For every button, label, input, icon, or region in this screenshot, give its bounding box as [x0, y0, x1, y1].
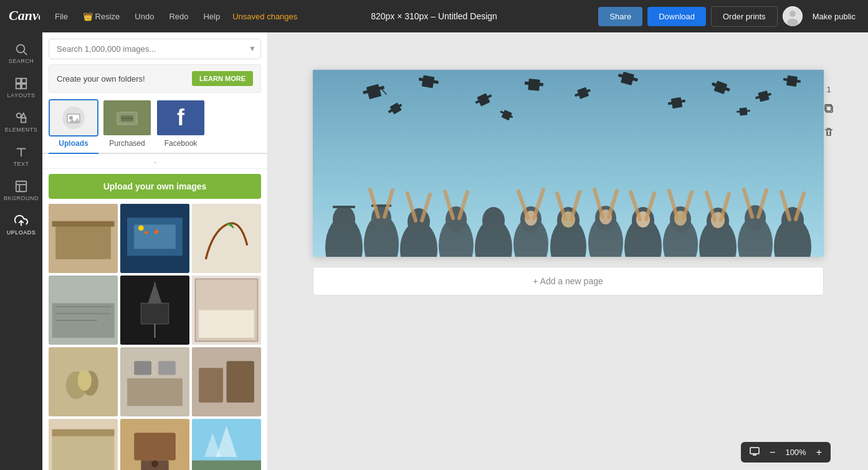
- svg-point-3: [787, 19, 798, 26]
- svg-rect-98: [739, 107, 747, 115]
- list-item[interactable]: [49, 347, 118, 416]
- help-button[interactable]: Help: [198, 8, 225, 25]
- list-item[interactable]: [192, 204, 261, 273]
- tab-uploads-label: Uploads: [59, 139, 88, 148]
- sidebar-label-search: SEARCH: [9, 58, 34, 64]
- svg-rect-58: [227, 361, 254, 403]
- svg-rect-33: [145, 231, 148, 233]
- svg-rect-6: [16, 79, 21, 83]
- zoom-in-button[interactable]: +: [813, 446, 826, 459]
- sidebar-item-background[interactable]: BKGROUND: [2, 175, 40, 206]
- sidebar-item-search[interactable]: SEARCH: [2, 37, 40, 69]
- svg-point-132: [781, 207, 804, 234]
- canvas-page[interactable]: [313, 70, 824, 257]
- resize-button[interactable]: 👑 Resize: [78, 8, 125, 25]
- svg-rect-47: [199, 310, 254, 338]
- svg-point-106: [408, 208, 430, 236]
- canvas-main-image: [313, 70, 824, 257]
- redo-button[interactable]: Redo: [164, 8, 193, 25]
- search-icon: [14, 42, 28, 56]
- purchased-thumb: [102, 99, 152, 137]
- right-tools: 1: [819, 82, 838, 141]
- list-item[interactable]: [120, 276, 189, 345]
- list-item[interactable]: [49, 419, 118, 470]
- svg-point-4: [17, 45, 25, 53]
- svg-rect-35: [192, 204, 261, 273]
- background-icon: [14, 180, 28, 193]
- sidebar-item-text[interactable]: TEXT: [2, 140, 40, 172]
- list-item[interactable]: [49, 204, 118, 273]
- delete-page-button[interactable]: [819, 123, 838, 141]
- add-page-button[interactable]: + Add a new page: [313, 267, 824, 295]
- canvas-area: + Add a new page 1: [268, 32, 868, 470]
- svg-rect-7: [22, 79, 26, 83]
- elements-icon: [14, 111, 28, 125]
- zoom-out-button[interactable]: −: [766, 446, 779, 459]
- svg-rect-159: [750, 448, 759, 454]
- icon-sidebar: SEARCH LAYOUTS ELEMENTS TEXT: [0, 32, 42, 470]
- navbar-actions: Share Download Order prints Make public: [598, 6, 861, 27]
- scroll-hint-icon: ⌄: [153, 158, 158, 165]
- facebook-thumb: f: [156, 99, 206, 137]
- svg-rect-101: [333, 206, 355, 208]
- svg-rect-64: [134, 433, 176, 460]
- make-public-button[interactable]: Make public: [808, 8, 861, 25]
- svg-point-32: [138, 225, 144, 231]
- order-prints-button[interactable]: Order prints: [711, 6, 778, 27]
- tab-uploads[interactable]: Uploads: [49, 99, 98, 153]
- svg-rect-80: [528, 79, 540, 91]
- list-item[interactable]: [49, 276, 118, 345]
- svg-rect-86: [670, 97, 682, 109]
- sidebar-item-layouts[interactable]: LAYOUTS: [2, 72, 40, 103]
- svg-rect-53: [134, 361, 151, 375]
- svg-point-66: [151, 461, 158, 468]
- copy-page-button[interactable]: [819, 99, 838, 118]
- scroll-indicator: ⌄: [42, 154, 267, 169]
- svg-marker-12: [21, 113, 26, 118]
- image-grid: [42, 204, 267, 470]
- svg-rect-27: [55, 224, 111, 259]
- list-item[interactable]: [192, 347, 261, 416]
- file-menu-button[interactable]: File: [50, 8, 73, 25]
- text-icon: [14, 145, 28, 159]
- svg-rect-68: [192, 461, 261, 470]
- tab-purchased[interactable]: Purchased: [102, 99, 152, 153]
- svg-rect-15: [16, 181, 27, 192]
- present-button[interactable]: [746, 444, 763, 460]
- folder-banner-text: Create your own folders!: [57, 74, 145, 84]
- svg-rect-76: [421, 75, 434, 89]
- svg-point-100: [333, 206, 355, 233]
- undo-button[interactable]: Undo: [130, 8, 159, 25]
- layouts-icon: [14, 77, 28, 90]
- canva-logo[interactable]: Canva: [7, 6, 40, 26]
- list-item[interactable]: [120, 419, 189, 470]
- navbar: Canva File 👑 Resize Undo Redo Help Unsav…: [0, 0, 868, 32]
- svg-rect-61: [52, 429, 115, 436]
- upload-images-button[interactable]: Upload your own images: [49, 174, 261, 199]
- list-item[interactable]: [192, 419, 261, 470]
- folder-banner: Create your own folders! LEARN MORE: [49, 64, 261, 93]
- svg-rect-8: [16, 84, 21, 89]
- svg-line-5: [24, 52, 27, 55]
- sidebar-label-text: TEXT: [13, 161, 29, 167]
- sidebar-label-uploads: UPLOADS: [7, 229, 36, 236]
- list-item[interactable]: [120, 347, 189, 416]
- design-title: 820px × 310px – Untitled Design: [371, 11, 497, 21]
- image-placeholder-icon: [62, 107, 85, 129]
- tab-facebook[interactable]: f Facebook: [156, 99, 206, 153]
- search-input[interactable]: [49, 39, 261, 59]
- learn-more-button[interactable]: LEARN MORE: [192, 71, 253, 86]
- download-button[interactable]: Download: [647, 7, 706, 26]
- svg-rect-28: [52, 221, 115, 227]
- svg-point-10: [17, 113, 21, 118]
- sidebar-label-elements: ELEMENTS: [5, 127, 38, 133]
- list-item[interactable]: [120, 204, 189, 273]
- zoom-controls: − 100% +: [741, 442, 831, 463]
- sidebar-item-elements[interactable]: ELEMENTS: [2, 106, 40, 138]
- svg-rect-54: [158, 361, 176, 375]
- list-item[interactable]: [192, 276, 261, 345]
- unsaved-indicator: Unsaved changes: [232, 12, 297, 21]
- sidebar-item-uploads[interactable]: UPLOADS: [2, 209, 40, 241]
- avatar[interactable]: [783, 6, 803, 26]
- share-button[interactable]: Share: [598, 7, 642, 26]
